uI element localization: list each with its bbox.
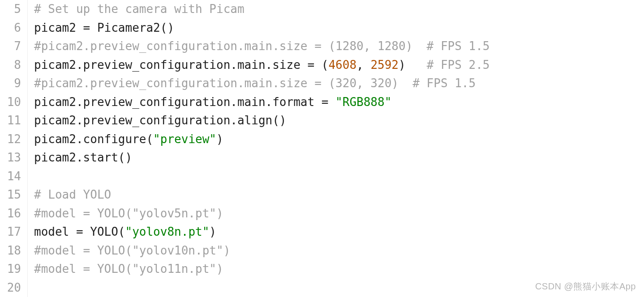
line-number: 8 <box>0 56 21 75</box>
line-number: 11 <box>0 111 21 130</box>
token-plain: , <box>356 58 370 72</box>
line-number: 17 <box>0 223 21 242</box>
token-comment: # Set up the camera with Picam <box>34 2 245 16</box>
line-number: 18 <box>0 242 21 260</box>
token-plain: picam2.preview_configuration.align() <box>34 114 287 127</box>
token-plain: ) <box>399 58 427 72</box>
line-number: 20 <box>0 279 21 297</box>
line-number: 13 <box>0 148 21 167</box>
code-line[interactable] <box>34 167 644 186</box>
token-comment: #picam2.preview_configuration.main.size … <box>34 39 489 53</box>
code-area[interactable]: # Set up the camera with Picampicam2 = P… <box>28 0 644 297</box>
code-line[interactable]: #picam2.preview_configuration.main.size … <box>34 74 644 93</box>
code-editor[interactable]: 567891011121314151617181920 # Set up the… <box>0 0 644 297</box>
line-number: 15 <box>0 186 21 204</box>
code-line[interactable]: picam2.preview_configuration.main.format… <box>34 93 644 112</box>
line-number: 5 <box>0 0 21 19</box>
code-line[interactable]: #model = YOLO("yolov5n.pt") <box>34 204 644 223</box>
code-line[interactable]: # Set up the camera with Picam <box>34 0 644 19</box>
line-number: 9 <box>0 74 21 93</box>
token-comment: #model = YOLO("yolo11n.pt") <box>34 262 223 276</box>
token-plain: picam2.preview_configuration.main.format… <box>34 95 335 109</box>
token-plain: ) <box>216 132 223 146</box>
code-line[interactable]: picam2.configure("preview") <box>34 130 644 149</box>
line-number: 12 <box>0 130 21 149</box>
code-line[interactable]: # Load YOLO <box>34 186 644 204</box>
code-line[interactable]: #model = YOLO("yolov10n.pt") <box>34 242 644 260</box>
line-number: 19 <box>0 260 21 279</box>
code-line[interactable]: model = YOLO("yolov8n.pt") <box>34 223 644 242</box>
token-comment: # FPS 2.5 <box>427 58 490 72</box>
code-line[interactable]: picam2.preview_configuration.align() <box>34 111 644 130</box>
code-line[interactable]: picam2.start() <box>34 148 644 167</box>
token-comment: #model = YOLO("yolov5n.pt") <box>34 207 223 220</box>
code-line[interactable]: #picam2.preview_configuration.main.size … <box>34 37 644 56</box>
token-plain: picam2.start() <box>34 151 132 164</box>
token-plain: picam2.configure( <box>34 132 153 146</box>
code-line[interactable]: picam2.preview_configuration.main.size =… <box>34 56 644 75</box>
token-plain: picam2 = Picamera2() <box>34 21 174 34</box>
watermark-text: CSDN @熊猫小账本App <box>535 279 636 293</box>
token-plain: picam2.preview_configuration.main.size =… <box>34 58 328 72</box>
line-number: 10 <box>0 93 21 112</box>
token-string: "RGB888" <box>335 95 391 109</box>
code-line[interactable]: picam2 = Picamera2() <box>34 19 644 38</box>
line-number-gutter: 567891011121314151617181920 <box>0 0 28 297</box>
line-number: 16 <box>0 204 21 223</box>
line-number: 6 <box>0 19 21 38</box>
token-number: 2592 <box>370 58 399 72</box>
line-number: 14 <box>0 167 21 186</box>
token-comment: #model = YOLO("yolov10n.pt") <box>34 244 230 257</box>
code-line[interactable]: #model = YOLO("yolo11n.pt") <box>34 260 644 279</box>
token-plain: ) <box>209 225 216 238</box>
token-plain: model = YOLO( <box>34 225 125 238</box>
token-comment: # Load YOLO <box>34 188 111 201</box>
line-number: 7 <box>0 37 21 56</box>
token-string: "yolov8n.pt" <box>125 225 210 238</box>
token-comment: #picam2.preview_configuration.main.size … <box>34 76 476 90</box>
token-string: "preview" <box>153 132 216 146</box>
token-number: 4608 <box>328 58 356 72</box>
